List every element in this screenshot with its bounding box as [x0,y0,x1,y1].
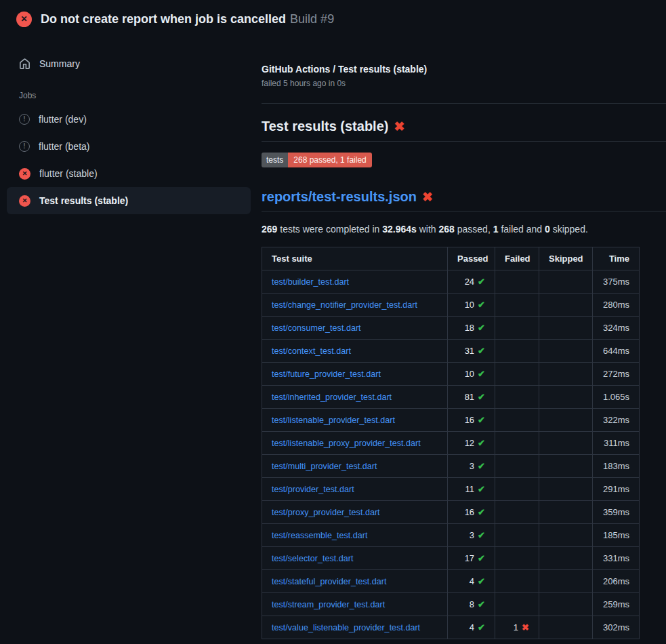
time-cell: 183ms [593,455,640,478]
test-suite-link[interactable]: test/proxy_provider_test.dart [272,508,380,517]
col-header-passed: Passed [448,247,495,270]
passed-cell: 16✔ [448,501,495,524]
time-cell: 272ms [593,363,640,386]
test-suite-cell: test/context_test.dart [262,340,448,363]
test-suite-cell: test/listenable_provider_test.dart [262,409,448,432]
sidebar-item-flutter-dev[interactable]: ! flutter (dev) [7,106,251,133]
test-suite-link[interactable]: test/selector_test.dart [272,554,353,563]
time-cell: 291ms [593,478,640,501]
test-suite-link[interactable]: test/listenable_proxy_provider_test.dart [272,439,421,448]
skipped-cell [539,386,593,409]
job-detail-pane: GitHub Actions / Test results (stable) f… [257,38,666,639]
count-value: 18 [465,323,474,333]
test-suite-link[interactable]: test/change_notifier_provider_test.dart [272,300,417,310]
time-cell: 359ms [593,501,640,524]
test-suite-link[interactable]: test/inherited_provider_test.dart [272,393,392,402]
passed-cell: 11✔ [448,478,495,501]
passed-count: 268 [439,224,455,235]
test-suite-link[interactable]: test/future_provider_test.dart [272,369,381,379]
test-suite-link[interactable]: test/multi_provider_test.dart [272,462,377,471]
test-suite-link[interactable]: test/context_test.dart [272,346,351,356]
test-suite-link[interactable]: test/value_listenable_provider_test.dart [272,623,420,632]
failed-cell [495,317,539,340]
passed-cell: 81✔ [448,386,495,409]
report-title: reports/test-results.json✖ [262,189,666,212]
test-suite-cell: test/builder_test.dart [262,270,448,294]
test-suite-cell: test/inherited_provider_test.dart [262,386,448,409]
time-cell: 311ms [593,432,640,455]
build-title: Do not create report when job is cancell… [41,12,286,26]
check-icon: ✔ [478,369,485,379]
skipped-cell [539,501,593,524]
test-suite-cell: test/reassemble_test.dart [262,524,448,547]
test-suite-link[interactable]: test/reassemble_test.dart [272,531,367,540]
job-status-line: failed 5 hours ago in 0s [262,79,666,88]
table-row: test/provider_test.dart11✔291ms [262,478,640,501]
check-icon: ✔ [478,323,485,333]
failed-cell: 1✖ [495,616,539,639]
test-suite-link[interactable]: test/provider_test.dart [272,485,354,494]
passed-cell: 3✔ [448,524,495,547]
test-suite-link[interactable]: test/stream_provider_test.dart [272,600,385,609]
check-icon: ✔ [478,530,485,540]
col-header-time: Time [593,247,640,270]
section-title: Test results (stable)✖ [262,119,666,142]
col-header-skipped: Skipped [539,247,593,270]
check-icon: ✔ [478,576,485,586]
count-value: 11 [465,484,475,494]
test-suite-link[interactable]: test/builder_test.dart [272,277,349,287]
time-cell: 206ms [593,570,640,593]
skipped-cell [539,363,593,386]
summary-line: 269 tests were completed in 32.964s with… [262,224,666,235]
duration-value: 32.964s [382,224,417,235]
table-row: test/context_test.dart31✔644ms [262,340,640,363]
test-suite-cell: test/provider_test.dart [262,478,448,501]
count-value: 4 [470,622,474,632]
time-cell: 1.065s [593,386,640,409]
test-results-table: Test suite Passed Failed Skipped Time te… [262,247,640,639]
sidebar: Summary Jobs ! flutter (dev) ! flutter (… [0,38,257,214]
table-row: test/consumer_test.dart18✔324ms [262,317,640,340]
time-cell: 280ms [593,294,640,317]
check-icon: ✔ [478,484,485,494]
table-row: test/future_provider_test.dart10✔272ms [262,363,640,386]
table-row: test/listenable_provider_test.dart16✔322… [262,409,640,432]
test-suite-cell: test/value_listenable_provider_test.dart [262,616,448,639]
skipped-cell [539,455,593,478]
test-suite-link[interactable]: test/stateful_provider_test.dart [272,577,386,586]
sidebar-item-summary[interactable]: Summary [7,54,251,73]
test-suite-cell: test/listenable_proxy_provider_test.dart [262,432,448,455]
count-value: 3 [470,461,474,471]
jobs-section-label: Jobs [19,91,251,100]
failed-cell [495,409,539,432]
failed-status-icon: ✕ [19,168,30,180]
table-row: test/stateful_provider_test.dart4✔206ms [262,570,640,593]
failed-cell [495,478,539,501]
test-suite-link[interactable]: test/consumer_test.dart [272,323,361,333]
job-label: Test results (stable) [39,195,128,206]
passed-cell: 16✔ [448,409,495,432]
table-row: test/inherited_provider_test.dart81✔1.06… [262,386,640,409]
cancelled-status-icon: ! [19,114,30,125]
sidebar-item-flutter-beta[interactable]: ! flutter (beta) [7,133,251,160]
failed-cell [495,432,539,455]
failed-cell [495,340,539,363]
badge-label: tests [262,153,288,167]
table-row: test/multi_provider_test.dart3✔183ms [262,455,640,478]
test-suite-cell: test/multi_provider_test.dart [262,455,448,478]
time-cell: 322ms [593,409,640,432]
count-value: 4 [470,576,474,586]
total-count: 269 [262,224,277,235]
check-icon: ✔ [478,622,485,632]
skipped-cell [539,270,593,294]
sidebar-item-flutter-stable[interactable]: ✕ flutter (stable) [7,160,251,187]
build-failed-icon: ✕ [16,12,32,27]
test-suite-link[interactable]: test/listenable_provider_test.dart [272,416,395,425]
sidebar-item-test-results-stable[interactable]: ✕ Test results (stable) [7,187,251,214]
build-header: ✕ Do not create report when job is cance… [0,0,666,38]
col-header-test-suite: Test suite [262,247,448,270]
skipped-cell [539,570,593,593]
report-file-link[interactable]: reports/test-results.json [262,189,417,204]
failed-cell [495,593,539,616]
passed-cell: 17✔ [448,547,495,570]
